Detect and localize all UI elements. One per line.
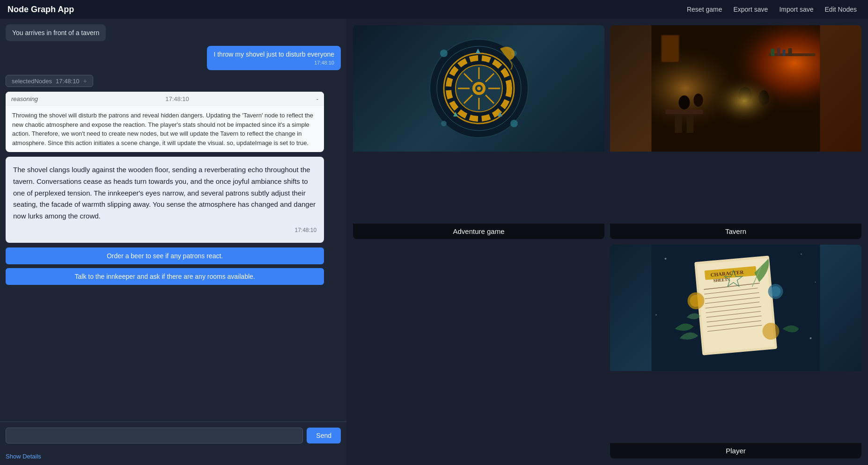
svg-point-47 <box>810 337 812 339</box>
selected-nodes-badge[interactable]: selectedNodes 17:48:10 + <box>6 75 93 87</box>
adventure-game-label: Adventure game <box>353 224 604 239</box>
svg-rect-36 <box>662 36 679 62</box>
reasoning-body: Throwing the shovel will disturb the pat… <box>6 106 324 152</box>
svg-point-20 <box>510 120 518 127</box>
narrative-timestamp: 17:48:10 <box>13 226 316 235</box>
import-save-button[interactable]: Import save <box>775 4 817 15</box>
svg-rect-38 <box>771 49 775 56</box>
svg-point-45 <box>815 282 816 283</box>
empty-card <box>353 245 604 458</box>
user-message-timestamp: 17:48:10 <box>213 60 334 65</box>
system-message-arrive: You arrives in front of a tavern <box>6 24 106 41</box>
svg-point-69 <box>763 323 780 340</box>
input-area: Send <box>0 421 346 449</box>
svg-point-66 <box>690 295 702 307</box>
tavern-label: Tavern <box>610 224 861 239</box>
svg-point-19 <box>441 121 447 126</box>
send-button[interactable]: Send <box>307 428 341 443</box>
svg-point-68 <box>771 286 781 297</box>
chat-messages: You arrives in front of a tavern I throw… <box>0 19 346 421</box>
adventure-game-card[interactable]: Adventure game <box>353 25 604 239</box>
svg-point-43 <box>665 258 667 260</box>
reasoning-text: Throwing the shovel will disturb the pat… <box>12 112 313 146</box>
export-save-button[interactable]: Export save <box>729 4 772 15</box>
user-message-text: I throw my shovel just to disturb everyo… <box>213 51 334 58</box>
adventure-game-image <box>427 37 530 140</box>
svg-rect-39 <box>777 48 780 56</box>
choice-button-1[interactable]: Talk to the innkeeper and ask if there a… <box>6 268 324 285</box>
narrative-text: The shovel clangs loudly against the woo… <box>13 166 316 220</box>
svg-rect-40 <box>783 50 786 56</box>
chat-input[interactable] <box>6 428 303 443</box>
reasoning-header: reasoning 17:48:10 - <box>6 92 324 106</box>
svg-point-17 <box>440 50 448 57</box>
svg-point-16 <box>477 87 481 90</box>
narrative-box: The shovel clangs loudly against the woo… <box>6 157 324 243</box>
selected-nodes-timestamp: 17:48:10 <box>56 78 80 85</box>
reasoning-timestamp: 17:48:10 <box>165 95 189 102</box>
tavern-card[interactable]: Tavern <box>610 25 861 239</box>
selected-nodes-label: selectedNodes <box>12 78 52 85</box>
svg-point-46 <box>655 314 657 316</box>
right-panel: Adventure game <box>346 19 868 465</box>
header-buttons: Reset game Export save Import save Edit … <box>683 4 861 15</box>
main-layout: You arrives in front of a tavern I throw… <box>0 19 868 465</box>
system-message-text: You arrives in front of a tavern <box>12 29 99 36</box>
selected-nodes-expand-icon[interactable]: + <box>83 77 87 85</box>
reasoning-label: reasoning <box>11 95 38 102</box>
app-title: Node Graph App <box>7 5 74 15</box>
show-details-section: Show Details <box>0 449 346 465</box>
header: Node Graph App Reset game Export save Im… <box>0 0 868 19</box>
tavern-image <box>610 25 861 152</box>
show-details-link[interactable]: Show Details <box>6 453 41 460</box>
player-label: Player <box>610 443 861 458</box>
chat-panel: You arrives in front of a tavern I throw… <box>0 19 346 465</box>
choice-buttons: Order a beer to see if any patrons react… <box>6 247 324 287</box>
svg-point-44 <box>801 254 802 255</box>
choice-button-0[interactable]: Order a beer to see if any patrons react… <box>6 247 324 264</box>
player-image: CHARACTER SHEET!! <box>610 245 861 371</box>
reasoning-box: reasoning 17:48:10 - Throwing the shovel… <box>6 92 324 152</box>
reset-game-button[interactable]: Reset game <box>683 4 726 15</box>
edit-nodes-button[interactable]: Edit Nodes <box>821 4 861 15</box>
player-card[interactable]: CHARACTER SHEET!! <box>610 245 861 458</box>
svg-rect-41 <box>788 48 792 56</box>
reasoning-collapse-button[interactable]: - <box>316 95 318 102</box>
user-message-shovel: I throw my shovel just to disturb everyo… <box>207 46 341 70</box>
